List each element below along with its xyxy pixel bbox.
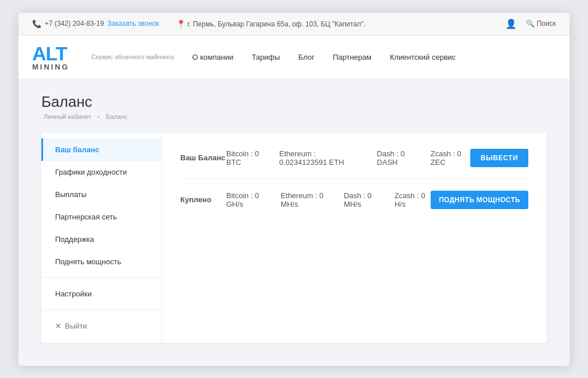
search-label: Поиск [537,20,556,28]
boost-power-button[interactable]: ПОДНЯТЬ МОЩНОСТЬ [431,191,528,209]
topbar-contact: 📞 +7 (342) 204-83-19 Заказать звонок [32,20,159,28]
breadcrumb: Личный кабинет › Баланс [41,113,547,120]
sidebar-divider [41,277,161,278]
balance-dash: Dash : 0 DASH [377,149,419,167]
sidebar-item-settings-label: Настройки [55,290,92,298]
nav-partners[interactable]: Партнерам [333,53,372,61]
logo-mining: MINING [32,63,69,71]
user-icon[interactable]: 👤 [505,18,517,29]
location-icon: 📍 [176,20,185,28]
nav-about[interactable]: О компании [192,53,234,61]
balance-main: Ваш Баланс Bitcoin : 0 BTC Ethereum : 0.… [162,133,547,343]
balance-row-divider [180,179,528,179]
main-nav: О компании Тарифы Блог Партнерам Клиентс… [192,53,456,61]
balance-row1-label: Ваш Баланс [180,153,226,162]
close-icon: ✕ [55,322,61,330]
logout-label: Выйти [65,322,87,330]
header: ALT MINING Сервис облачного майнинга О к… [18,36,570,79]
bought-dash: Dash : 0 MH/s [344,191,383,209]
nav-blog[interactable]: Блог [299,53,315,61]
balance-row2-label: Куплено [180,195,226,204]
sidebar-item-support[interactable]: Поддержка [41,228,161,250]
balance-row1-values: Bitcoin : 0 BTC Ethereum : 0.0234123591 … [226,149,470,167]
nav-client-service[interactable]: Клиентский сервис [390,53,456,61]
page-content: Баланс Личный кабинет › Баланс Ваш балан… [18,79,570,366]
sidebar-item-partners[interactable]: Партнерская сеть [41,206,161,228]
sidebar-item-balance[interactable]: Ваш баланс [41,138,161,161]
topbar-right: 👤 🔍 Поиск [505,18,556,29]
phone-icon: 📞 [32,20,41,28]
logo-tagline: Сервис облачного майнинга [91,53,174,60]
sidebar-item-charts[interactable]: Графики доходности [41,161,161,183]
topbar-location: 📍 г. Пермь, Бульвар Гагарина 65а, оф. 10… [176,20,365,28]
main-card: Ваш баланс Графики доходности Выплаты Па… [41,133,547,343]
logout-button[interactable]: ✕ Выйти [41,315,161,337]
browser-window: 📞 +7 (342) 204-83-19 Заказать звонок 📍 г… [18,13,570,366]
balance-bitcoin: Bitcoin : 0 BTC [226,149,268,167]
balance-row-2: Куплено Bitcoin : 0 GH/s Ethereum : 0 MH… [180,191,528,209]
breadcrumb-home[interactable]: Личный кабинет [44,113,91,120]
topbar: 📞 +7 (342) 204-83-19 Заказать звонок 📍 г… [18,13,570,36]
sidebar-item-balance-label: Ваш баланс [55,145,99,154]
sidebar-item-payouts[interactable]: Выплаты [41,183,161,206]
search-icon: 🔍 [526,20,535,28]
sidebar-item-charts-label: Графики доходности [55,168,127,176]
sidebar-divider-2 [41,310,161,310]
sidebar: Ваш баланс Графики доходности Выплаты Па… [41,133,162,343]
sidebar-item-settings[interactable]: Настройки [41,283,161,305]
nav-tariffs[interactable]: Тарифы [252,53,280,61]
withdraw-button[interactable]: ВЫВЕСТИ [470,149,528,167]
sidebar-item-payouts-label: Выплаты [55,190,87,199]
search-button[interactable]: 🔍 Поиск [526,20,556,28]
sidebar-item-support-label: Поддержка [55,235,94,244]
balance-row-1: Ваш Баланс Bitcoin : 0 BTC Ethereum : 0.… [180,149,528,167]
logo-alt: ALT [32,44,69,63]
sidebar-item-boost[interactable]: Поднять мощность [41,250,161,273]
bought-bitcoin: Bitcoin : 0 GH/s [226,191,269,209]
breadcrumb-current: Баланс [106,113,127,120]
balance-zcash: Zcash : 0 ZEC [431,149,470,167]
location-text: г. Пермь, Бульвар Гагарина 65а, оф. 103,… [187,20,365,28]
balance-row2-values: Bitcoin : 0 GH/s Ethereum : 0 MH/s Dash … [226,191,431,209]
call-link[interactable]: Заказать звонок [107,20,159,28]
phone-number: +7 (342) 204-83-19 [45,20,104,28]
page-title: Баланс [41,93,547,111]
logo[interactable]: ALT MINING [32,44,69,71]
bought-zcash: Zcash : 0 H/s [394,191,431,209]
balance-ethereum: Ethereum : 0.0234123591 ETH [279,149,365,167]
sidebar-item-partners-label: Партнерская сеть [55,213,117,221]
sidebar-item-boost-label: Поднять мощность [55,257,121,266]
bought-ethereum: Ethereum : 0 MH/s [281,191,332,209]
breadcrumb-sep: › [98,113,100,120]
